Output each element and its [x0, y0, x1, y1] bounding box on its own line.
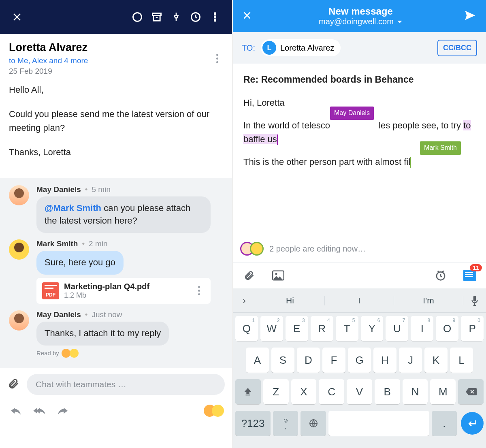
shift-key[interactable]: [235, 379, 261, 404]
mention-link[interactable]: @Mark Smith: [45, 203, 101, 213]
messages-icon[interactable]: 11: [463, 268, 477, 283]
key-x[interactable]: X: [291, 379, 317, 404]
compose-body[interactable]: Re: Recommended boards in Behance Hi, Lo…: [233, 64, 486, 238]
chat-author: Mark Smith: [36, 239, 78, 248]
reply-icon[interactable]: [8, 403, 23, 418]
chat-message: May Daniels • 5 min @Mark Smith can you …: [9, 185, 227, 233]
suggestion[interactable]: I: [325, 296, 394, 305]
avatar[interactable]: [9, 185, 29, 205]
recipient-initial: L: [262, 41, 276, 55]
suggestion[interactable]: Hi: [256, 296, 325, 305]
key-f[interactable]: F: [322, 348, 345, 373]
symbols-key[interactable]: ?123: [235, 411, 271, 436]
pdf-icon: PDF: [42, 282, 59, 299]
key-q[interactable]: Q1: [235, 316, 258, 341]
email-view-pane: Loretta Alvarez to Me, Alex and 4 more 2…: [0, 0, 233, 448]
to-label: TO:: [242, 43, 255, 53]
message-toolbar: [0, 0, 232, 34]
key-u[interactable]: U7: [386, 316, 408, 341]
schedule-icon[interactable]: [433, 268, 448, 283]
collaboration-status: 2 people are editing now…: [233, 238, 486, 262]
language-key[interactable]: [301, 411, 326, 436]
mark-unread-icon[interactable]: [128, 7, 147, 27]
avatar[interactable]: [9, 310, 29, 331]
key-m[interactable]: M: [430, 379, 456, 404]
key-j[interactable]: J: [399, 348, 422, 373]
period-key[interactable]: .: [432, 411, 457, 436]
key-k[interactable]: K: [424, 348, 448, 373]
space-key[interactable]: [328, 411, 429, 436]
participants-avatars[interactable]: [204, 405, 224, 417]
key-r[interactable]: R4: [311, 316, 333, 341]
email-header: Loretta Alvarez to Me, Alex and 4 more 2…: [0, 34, 232, 80]
message-date: 25 Feb 2019: [9, 65, 211, 76]
collaborator-tag: Mark Smith: [420, 141, 461, 155]
key-o[interactable]: O9: [436, 316, 458, 341]
key-w[interactable]: W2: [260, 316, 283, 341]
chevron-down-icon: [397, 20, 403, 24]
chat-bubble[interactable]: Thanks, I attach it to my reply: [36, 322, 169, 346]
chat-bubble[interactable]: @Mark Smith can you please attach the la…: [36, 196, 211, 233]
recipient-chip[interactable]: L Loretta Alvarez: [261, 39, 341, 56]
compose-line[interactable]: Mark Smith This is the other person part…: [243, 155, 477, 169]
suggestion-bar: › Hi I I'm: [233, 288, 486, 313]
chat-message: May Daniels • Just now Thanks, I attach …: [9, 310, 227, 361]
subject-line[interactable]: Re: Recommended boards in Behance: [243, 73, 477, 87]
mic-icon[interactable]: [463, 295, 486, 306]
chat-author: May Daniels: [36, 185, 81, 194]
pin-icon[interactable]: [166, 7, 186, 27]
key-e[interactable]: E3: [286, 316, 308, 341]
chat-thread: May Daniels • 5 min @Mark Smith can you …: [0, 178, 232, 368]
key-d[interactable]: D: [297, 348, 320, 373]
forward-icon[interactable]: [55, 403, 70, 418]
key-s[interactable]: S: [271, 348, 294, 373]
attachment-menu-icon[interactable]: [193, 286, 205, 295]
editor-avatars[interactable]: [240, 242, 264, 256]
key-p[interactable]: P0: [461, 316, 484, 341]
key-t[interactable]: T5: [336, 316, 358, 341]
enter-key[interactable]: [461, 412, 484, 435]
attachment-card[interactable]: PDF Marketing-plan Q4.pdf 1.2 Mb: [36, 278, 211, 304]
key-n[interactable]: N: [403, 379, 428, 404]
archive-icon[interactable]: [147, 7, 166, 27]
key-c[interactable]: C: [319, 379, 344, 404]
header-overflow-icon[interactable]: [211, 41, 223, 76]
overflow-menu-icon[interactable]: [205, 7, 225, 27]
key-b[interactable]: B: [375, 379, 400, 404]
cc-bcc-button[interactable]: CC/BCC: [437, 40, 477, 56]
recipients-line[interactable]: to Me, Alex and 4 more: [9, 54, 211, 65]
compose-pane: New message may@doingwell.com TO: L Lore…: [233, 0, 486, 448]
reply-all-icon[interactable]: [32, 403, 47, 418]
expand-icon[interactable]: ›: [233, 295, 256, 306]
key-l[interactable]: L: [450, 348, 473, 373]
sender-name: Loretta Alvarez: [9, 41, 211, 54]
key-h[interactable]: H: [373, 348, 396, 373]
recipient-name: Loretta Alvarez: [280, 43, 334, 53]
from-account-selector[interactable]: may@doingwell.com: [319, 17, 403, 26]
key-y[interactable]: Y6: [361, 316, 384, 341]
suggestion[interactable]: I'm: [394, 296, 463, 305]
body-paragraph: Could you please send me the latest vers…: [9, 107, 223, 135]
close-compose-icon[interactable]: [242, 10, 258, 22]
send-button[interactable]: [463, 9, 477, 23]
key-i[interactable]: I8: [411, 316, 433, 341]
attach-file-icon[interactable]: [242, 268, 256, 283]
close-icon[interactable]: [7, 7, 27, 27]
backspace-key[interactable]: [458, 379, 484, 404]
message-actions: [0, 401, 232, 426]
svg-point-5: [214, 16, 216, 18]
key-v[interactable]: V: [347, 379, 372, 404]
key-z[interactable]: Z: [263, 379, 289, 404]
chat-input[interactable]: Chat with teammates …: [27, 374, 225, 395]
snooze-icon[interactable]: [186, 7, 205, 27]
avatar[interactable]: [9, 239, 29, 260]
emoji-key[interactable]: ☺,: [273, 411, 298, 436]
read-receipt: Read by: [36, 346, 227, 361]
chat-bubble[interactable]: Sure, here you go: [36, 251, 124, 275]
compose-toolbar: 11: [233, 262, 486, 288]
attach-icon[interactable]: [7, 378, 19, 391]
collaborator-tag: May Daniels: [330, 107, 374, 120]
key-a[interactable]: A: [246, 348, 269, 373]
insert-image-icon[interactable]: [271, 268, 286, 283]
key-g[interactable]: G: [348, 348, 371, 373]
